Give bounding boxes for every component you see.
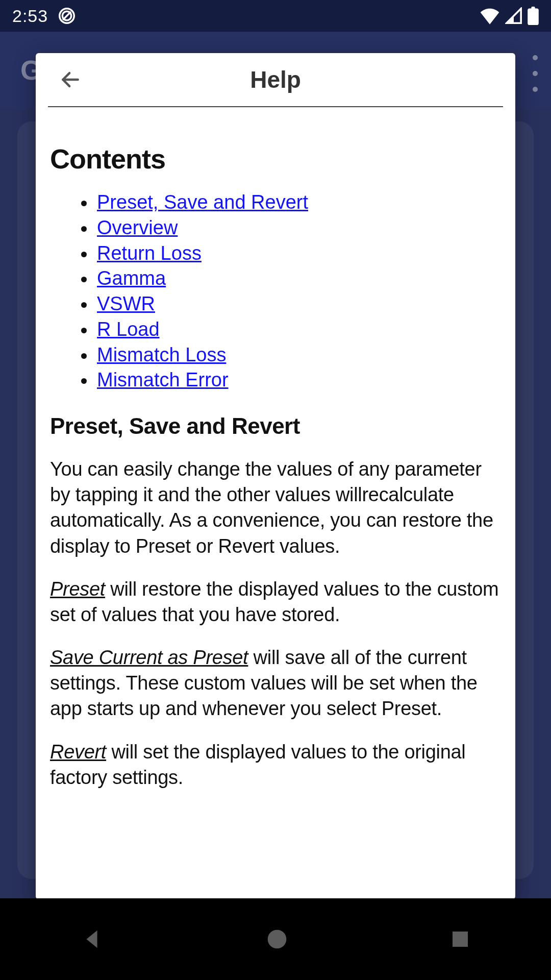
dialog-header: Help [48,53,503,107]
list-item: Overview [96,215,501,241]
list-item: R Load [96,317,501,342]
status-time: 2:53 [12,6,48,26]
nav-home-icon[interactable] [266,928,288,950]
contents-heading: Contents [50,143,501,175]
paragraph-preset-rest: will restore the displayed values to the… [50,578,498,625]
toc-link-overview[interactable]: Overview [97,217,178,238]
list-item: Preset, Save and Revert [96,190,501,215]
list-item: VSWR [96,291,501,317]
svg-rect-3 [528,9,539,25]
list-item: Gamma [96,266,501,291]
dialog-title: Help [48,66,503,93]
svg-rect-4 [531,7,535,9]
term-revert: Revert [50,741,106,763]
toc-link-vswr[interactable]: VSWR [97,293,155,314]
toc-link-r-load[interactable]: R Load [97,318,160,340]
wifi-icon [480,7,500,24]
signal-icon [505,7,522,24]
term-save: Save Current as Preset [50,647,248,668]
toc-link-mismatch-error[interactable]: Mismatch Error [97,369,229,390]
section-heading-preset: Preset, Save and Revert [50,413,501,439]
arrow-left-icon [59,68,82,91]
toc-link-return-loss[interactable]: Return Loss [97,242,202,264]
nav-recent-icon[interactable] [450,929,470,949]
table-of-contents: Preset, Save and Revert Overview Return … [50,190,501,393]
status-bar: 2:53 [0,0,551,32]
nav-back-icon[interactable] [81,927,104,951]
paragraph-save: Save Current as Preset will save all of … [50,645,501,721]
help-content[interactable]: Contents Preset, Save and Revert Overvie… [36,107,515,899]
paragraph-preset: Preset will restore the displayed values… [50,576,501,627]
toc-link-gamma[interactable]: Gamma [97,267,166,289]
paragraph-revert: Revert will set the displayed values to … [50,739,501,790]
svg-point-6 [268,930,287,949]
paragraph-intro: You can easily change the values of any … [50,456,501,559]
term-preset: Preset [50,578,105,600]
toc-link-preset[interactable]: Preset, Save and Revert [97,191,308,213]
toc-link-mismatch-loss[interactable]: Mismatch Loss [97,344,226,365]
help-dialog: Help Contents Preset, Save and Revert Ov… [36,53,515,899]
system-nav-bar [0,898,551,980]
back-button[interactable] [58,67,83,92]
svg-rect-7 [453,932,468,947]
list-item: Mismatch Error [96,368,501,393]
list-item: Return Loss [96,241,501,266]
paragraph-revert-rest: will set the displayed values to the ori… [50,741,466,788]
battery-icon [528,7,539,25]
dnd-icon [57,6,77,26]
list-item: Mismatch Loss [96,342,501,368]
